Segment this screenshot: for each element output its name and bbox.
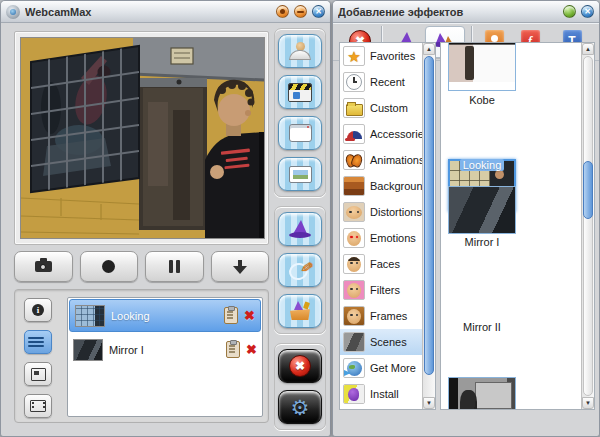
- category-custom[interactable]: Custom: [340, 95, 435, 121]
- category-backgrounds[interactable]: Backgrounds: [340, 173, 435, 199]
- settings-button[interactable]: ⚙: [278, 390, 322, 424]
- category-faces[interactable]: Faces: [340, 251, 435, 277]
- record-icon: [102, 260, 115, 273]
- playlist-panel: i Looking ✖ Mirror I ✖: [14, 289, 269, 423]
- scroll-up-icon[interactable]: ▲: [423, 43, 435, 55]
- effects-box-button[interactable]: [278, 294, 322, 328]
- effect-label-looking: Looking: [441, 159, 523, 171]
- webcammax-logo-icon: [6, 5, 20, 19]
- scroll-down-icon[interactable]: ▼: [582, 397, 594, 409]
- close-red-icon: ✖: [289, 355, 311, 377]
- filmstrip-view-button[interactable]: [24, 394, 52, 418]
- list-view-button[interactable]: [24, 330, 52, 354]
- red-eyes-face-icon: [343, 228, 365, 248]
- category-get-more[interactable]: Get More: [340, 355, 435, 381]
- category-favorites[interactable]: ★Favorites: [340, 43, 435, 69]
- list-view-icon: [32, 337, 44, 347]
- doodle-button[interactable]: [278, 253, 322, 287]
- tray-icon: [280, 9, 285, 14]
- desert-photo-icon: [343, 176, 365, 196]
- tray-ball-button[interactable]: [276, 5, 289, 18]
- thumbnails-scrollbar[interactable]: ▲ ▼: [581, 43, 594, 409]
- effect-thumb-mirror2[interactable]: [448, 377, 516, 410]
- cap-icon: [343, 124, 365, 144]
- effects-titlebar[interactable]: Добавление эффектов ✕: [333, 1, 599, 23]
- minimize-button[interactable]: [294, 5, 307, 18]
- playlist-row-looking[interactable]: Looking ✖: [69, 299, 261, 332]
- scene-icon: [343, 332, 365, 352]
- effects-help-button[interactable]: [563, 5, 576, 18]
- close-button[interactable]: ✕: [312, 5, 325, 18]
- scroll-track[interactable]: [583, 56, 593, 396]
- category-emotions[interactable]: Emotions: [340, 225, 435, 251]
- clipboard-icon[interactable]: [226, 341, 240, 358]
- webcam-preview-frame: [14, 31, 269, 245]
- download-button[interactable]: [211, 251, 270, 282]
- effects-hat-icon: [288, 220, 312, 238]
- category-frames[interactable]: Frames: [340, 303, 435, 329]
- playlist-thumb-looking: [75, 305, 105, 327]
- delete-x-icon[interactable]: ✖: [246, 343, 257, 356]
- category-recent[interactable]: Recent: [340, 69, 435, 95]
- webcam-person-icon: [289, 42, 311, 60]
- scroll-up-icon[interactable]: ▲: [582, 43, 594, 55]
- picture-icon: [289, 166, 312, 183]
- parrot-icon: [343, 384, 365, 404]
- settings-gear-icon: ⚙: [291, 397, 310, 418]
- playlist-item-name: Looking: [111, 310, 218, 322]
- video-clip-icon: [288, 83, 312, 102]
- framed-face-icon: [343, 306, 365, 326]
- clipboard-icon[interactable]: [224, 307, 238, 324]
- effect-label-kobe: Kobe: [441, 94, 523, 106]
- effects-button[interactable]: [278, 212, 322, 246]
- globe-icon: [343, 358, 365, 378]
- thumbnails-scroll-thumb[interactable]: [583, 161, 593, 219]
- main-window: WebcamMax ✕: [0, 0, 331, 437]
- exit-button[interactable]: ✖: [278, 349, 322, 383]
- effect-thumb-kobe[interactable]: [448, 42, 516, 91]
- record-button[interactable]: [80, 251, 139, 282]
- source-group: [274, 28, 326, 197]
- picture-source-button[interactable]: [278, 157, 322, 191]
- butterfly-icon: [343, 150, 365, 170]
- category-scrollbar[interactable]: ▲ ▼: [422, 43, 435, 409]
- video-source-button[interactable]: [278, 75, 322, 109]
- playlist-item-name: Mirror I: [109, 344, 220, 356]
- info-icon: i: [32, 304, 44, 316]
- blank-source-button[interactable]: [278, 116, 322, 150]
- snapshot-button[interactable]: [14, 251, 73, 282]
- delete-x-icon[interactable]: ✖: [244, 309, 255, 322]
- close-icon: ✕: [313, 6, 324, 17]
- category-scroll-thumb[interactable]: [424, 56, 434, 375]
- category-scenes[interactable]: Scenes: [340, 329, 435, 355]
- effects-box-icon: [288, 301, 312, 321]
- pause-icon: [169, 260, 180, 273]
- effects-window-footer: [333, 429, 599, 436]
- filmstrip-icon: [30, 400, 46, 412]
- snapshot-camera-icon: [35, 261, 52, 272]
- webcam-source-button[interactable]: [278, 34, 322, 68]
- playlist-listbox: Looking ✖ Mirror I ✖: [67, 297, 263, 417]
- category-install[interactable]: Install: [340, 381, 435, 407]
- thumbnail-view-button[interactable]: [24, 362, 52, 386]
- main-window-title: WebcamMax: [25, 6, 271, 18]
- effects-close-button[interactable]: ✕: [581, 5, 594, 18]
- category-animations[interactable]: Animations: [340, 147, 435, 173]
- effect-label-mirror2: Mirror II: [441, 321, 523, 333]
- category-filters[interactable]: Filters: [340, 277, 435, 303]
- playlist-thumb-mirror1: [73, 339, 103, 361]
- main-titlebar[interactable]: WebcamMax ✕: [1, 1, 330, 23]
- webcammax-app: WebcamMax ✕: [0, 0, 600, 437]
- star-icon: ★: [343, 46, 365, 66]
- effect-thumb-mirror1[interactable]: [448, 186, 516, 234]
- category-accessories[interactable]: Accessories: [340, 121, 435, 147]
- category-distortions[interactable]: Distortions: [340, 199, 435, 225]
- thumbnail-view-icon: [31, 368, 46, 381]
- playlist-row-mirror1[interactable]: Mirror I ✖: [68, 333, 262, 366]
- close-icon: ✕: [582, 6, 593, 17]
- pause-button[interactable]: [145, 251, 204, 282]
- minimize-icon: [297, 11, 304, 13]
- scroll-down-icon[interactable]: ▼: [423, 397, 435, 409]
- info-button[interactable]: i: [24, 298, 52, 322]
- system-group: ✖ ⚙: [274, 343, 326, 430]
